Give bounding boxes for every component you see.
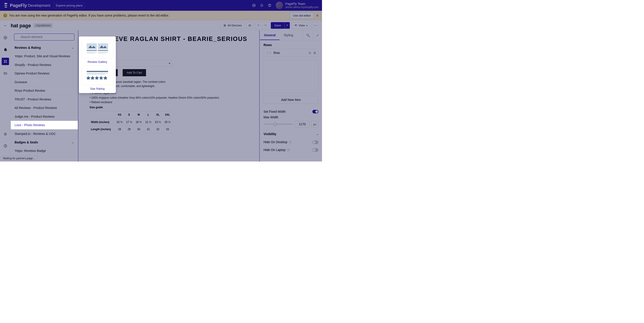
shopify-icon[interactable] [2,46,9,53]
hide-laptop-toggle[interactable] [312,148,318,152]
svg-rect-21 [87,52,97,52]
hide-desktop-toggle[interactable] [312,140,318,144]
svg-point-5 [270,6,270,6]
bell-icon[interactable] [259,3,264,8]
team-domain: stores-demo.myshopify.com [285,6,319,9]
list-item[interactable]: Rivyo Product Review [11,86,78,95]
save-button-group: Save ▾ [271,22,290,29]
settings-icon[interactable] [246,22,253,29]
explore-plans-button[interactable]: Explore pricing plans [54,3,85,8]
folder-icon[interactable] [2,70,9,77]
close-banner-icon[interactable]: ✕ [316,14,319,18]
list-item-loox[interactable]: Loox - Photo Reviews [11,121,78,130]
list-item[interactable]: Judge.me - Product Reviews [11,112,78,121]
save-button[interactable]: Save [271,22,285,29]
size-guide-label: Size guide [90,106,248,109]
use-old-editor-button[interactable]: Use old editor [290,12,314,19]
row-item[interactable]: ⋮⋮ Row ⧉ 🗑 [264,49,319,57]
list-item[interactable]: Ali Reviews - Product Reviews [11,104,78,112]
rows-label: Rows [264,44,319,47]
search-icon[interactable]: 🔍 [303,31,312,40]
team-name: PageFly Team [285,2,319,6]
list-item[interactable]: TRUST - Product Reviews [11,95,78,104]
warning-icon: ! [3,14,7,18]
list-item[interactable]: Shopify - Product Reviews [11,60,78,69]
tab-styling[interactable]: Styling [280,31,297,40]
eye-icon: 👁 [294,24,298,27]
help-icon[interactable] [267,3,272,8]
page-title: hat page [11,22,31,28]
product-bullet: • 100% ringspun cotton (Heather Grey 90%… [90,96,248,100]
svg-rect-25 [98,52,108,52]
svg-rect-26 [98,53,106,54]
gallery-preview-icon [86,42,109,56]
list-item[interactable]: Stamped.io - Reviews & UGC [11,130,78,138]
add-to-cart-button[interactable]: Add To Cart [123,69,146,76]
max-width-slider[interactable] [264,124,294,124]
max-width-label: Max Width [264,116,319,119]
svg-rect-22 [87,53,95,54]
undo-icon[interactable]: ↶ [255,22,262,29]
group-badges-seals[interactable]: Badges & Seals⌄ [11,138,78,146]
brand-name: PageFly [10,3,27,8]
svg-rect-27 [87,71,108,72]
view-button[interactable]: 👁View▾ [292,22,310,29]
chevron-down-icon: ⌄ [316,132,318,136]
chevron-down-icon: ⌄ [72,46,74,49]
save-dropdown-icon[interactable]: ▾ [285,22,290,29]
product-bullet: • Ribbed neckband [90,100,248,104]
svg-rect-8 [6,60,7,61]
pagefly-logo-icon [3,3,8,8]
help-icon[interactable]: ? [287,148,290,152]
add-new-item-button[interactable]: Add New Item [264,96,319,104]
chat-icon[interactable] [251,3,256,8]
visibility-section[interactable]: Visibility⌄ [264,130,319,138]
svg-rect-10 [6,62,7,63]
list-item[interactable]: Yotpo: Product, Site and Visual Reviews [11,52,78,60]
expand-icon[interactable]: ⤢ [312,31,322,40]
elements-icon[interactable] [2,58,9,65]
svg-rect-23 [98,50,108,51]
list-item[interactable]: Growave [11,78,78,86]
max-width-value[interactable]: 1170 [295,121,310,128]
desktop-icon: 🖥 [223,24,226,27]
hide-desktop-label: Hide On Desktop? [264,140,292,144]
set-fixed-width-label: Set Fixed Width [264,110,286,114]
group-reviews-rating[interactable]: Reviews & Rating⌄ [11,44,78,52]
redo-icon[interactable]: ↷ [262,22,269,29]
svg-rect-24 [98,51,108,52]
hide-laptop-label: Hide On Laptop? [264,148,290,152]
unit-label: px [311,121,318,128]
svg-rect-28 [87,73,108,74]
variant-caption: Star Rating [82,87,113,90]
copy-icon[interactable]: ⧉ [309,51,311,55]
all-devices-button[interactable]: 🖥All Devices [220,22,245,29]
more-icon[interactable]: ⋯ [312,22,319,29]
list-item[interactable]: Yotpo: Reviews Badge [11,146,78,155]
add-icon[interactable] [2,34,9,42]
tab-general[interactable]: General [260,31,280,40]
history-icon[interactable] [2,142,9,150]
banner-text: You are now using the new generation of … [9,14,169,17]
drag-handle-icon[interactable]: ⋮⋮ [266,51,271,55]
brand-suffix: Development [28,3,50,8]
svg-rect-13 [87,44,97,49]
delete-icon[interactable]: 🗑 [313,51,316,55]
statusbar-text: Waiting for partners.page… [1,156,37,160]
status-badge: Unpublished [34,23,52,28]
fixed-width-toggle[interactable] [312,110,318,114]
empty-drop-zone[interactable] [264,60,319,93]
list-item[interactable]: Opinew Product Reviews [11,69,78,78]
search-input[interactable] [14,34,74,40]
variant-review-gallery[interactable] [82,39,113,58]
svg-rect-20 [87,51,97,52]
svg-rect-16 [98,44,108,49]
svg-rect-7 [4,60,5,61]
back-icon[interactable]: ← [3,23,8,28]
variant-star-rating[interactable] [82,66,113,85]
svg-rect-9 [4,62,5,63]
svg-rect-29 [87,74,105,74]
avatar[interactable] [276,2,283,9]
outline-icon[interactable] [2,130,9,138]
help-icon[interactable]: ? [288,141,292,144]
